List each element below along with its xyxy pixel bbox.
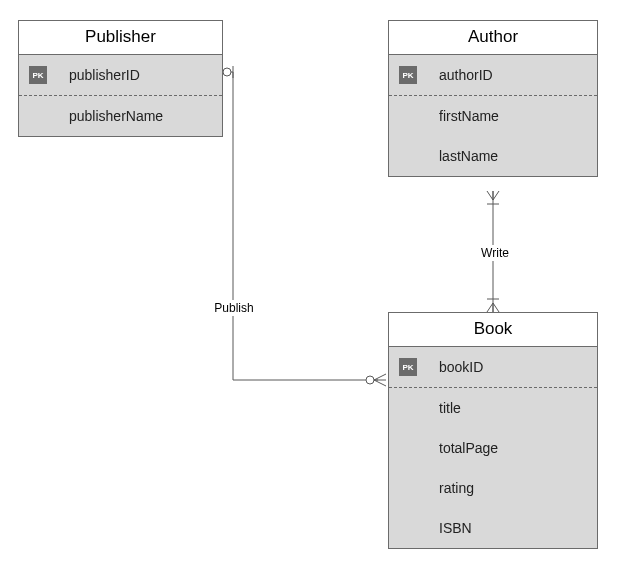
pk-badge-icon: PK <box>29 66 47 84</box>
book-attr-bookid: bookID <box>439 359 483 375</box>
entity-book: Book PK bookID title totalPage rating IS… <box>388 312 598 549</box>
book-attr-bookid-row: PK bookID <box>389 347 597 388</box>
author-attr-lastname: lastName <box>439 148 498 164</box>
book-attr-title: title <box>439 400 461 416</box>
entity-title-author: Author <box>389 21 597 55</box>
entity-title-publisher: Publisher <box>19 21 222 55</box>
svg-point-0 <box>223 68 231 76</box>
book-attr-isbn-row: ISBN <box>389 508 597 548</box>
entity-title-book: Book <box>389 313 597 347</box>
relationship-label-publish: Publish <box>210 300 257 316</box>
publisher-attr-publishername-row: publisherName <box>19 96 222 136</box>
book-attr-totalpage-row: totalPage <box>389 428 597 468</box>
entity-publisher: Publisher PK publisherID publisherName <box>18 20 223 137</box>
publisher-attr-publishername: publisherName <box>69 108 163 124</box>
book-attr-title-row: title <box>389 388 597 428</box>
svg-point-2 <box>366 376 374 384</box>
pk-badge-icon: PK <box>399 66 417 84</box>
relationship-label-write: Write <box>477 245 513 261</box>
author-attr-firstname-row: firstName <box>389 96 597 136</box>
pk-badge-icon: PK <box>399 358 417 376</box>
entity-author: Author PK authorID firstName lastName <box>388 20 598 177</box>
book-attr-rating-row: rating <box>389 468 597 508</box>
author-attr-lastname-row: lastName <box>389 136 597 176</box>
author-attr-authorid-row: PK authorID <box>389 55 597 96</box>
book-attr-totalpage: totalPage <box>439 440 498 456</box>
book-attr-isbn: ISBN <box>439 520 472 536</box>
publisher-attr-publisherid-row: PK publisherID <box>19 55 222 96</box>
publisher-attr-publisherid: publisherID <box>69 67 140 83</box>
book-attr-rating: rating <box>439 480 474 496</box>
author-attr-firstname: firstName <box>439 108 499 124</box>
author-attr-authorid: authorID <box>439 67 493 83</box>
